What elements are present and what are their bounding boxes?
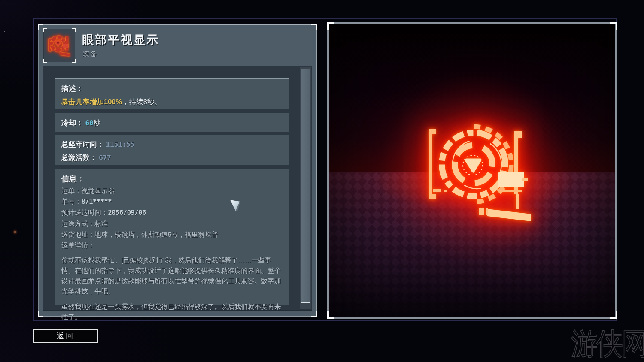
- eta-label: 预计送达时间：: [61, 209, 108, 216]
- scrollbar-track[interactable]: [300, 67, 311, 310]
- frame-corner-icon: [610, 311, 617, 319]
- frame-corner-icon: [43, 28, 47, 32]
- background-star: [4, 31, 5, 32]
- back-button[interactable]: 返回: [33, 329, 98, 343]
- order-number-value: 871*****: [82, 198, 112, 205]
- frame-corner-icon: [72, 28, 76, 32]
- cooldown-unit: 秒: [94, 119, 101, 127]
- shipping-method-value: 标准: [95, 220, 108, 227]
- frame-corner-icon: [311, 24, 317, 30]
- description-highlight: 暴击几率增加100%: [61, 98, 122, 106]
- description-rest: ，持续8秒。: [122, 98, 161, 106]
- info-label: 信息：: [61, 174, 283, 184]
- frame-corner-icon: [327, 311, 334, 319]
- frame-corner-icon: [327, 22, 334, 30]
- address-label: 送货地址：: [61, 231, 95, 238]
- frame-corner-icon: [72, 59, 76, 63]
- waybill-detail-paragraph: 虽然我现在还是一头雾水，但我觉得已经陷得够深了。以后我们就不要再来往了。: [61, 302, 283, 322]
- waybill-details-label: 运单详情：: [61, 241, 95, 249]
- background-star-orange: [14, 231, 16, 233]
- item-category: 装备: [82, 50, 98, 59]
- waybill-value: 视觉显示器: [82, 187, 115, 194]
- site-watermark: 游侠网: [571, 321, 644, 362]
- address-value: 地球，棱镜塔，休斯顿道5号，格里翁坎普: [95, 231, 219, 238]
- shipping-info-box: 信息： 运单：视觉显示器 单号：871***** 预计送达时间：2056/09/…: [55, 169, 289, 305]
- hold-time-label: 总坚守时间：: [61, 140, 104, 148]
- icon-triangle: [55, 42, 61, 46]
- eta-value: 2056/09/06: [108, 209, 146, 217]
- item-icon-box: [43, 29, 75, 62]
- cooldown-box: 冷却： 60秒: [55, 113, 289, 132]
- frame-corner-icon: [38, 311, 43, 317]
- shipping-method-label: 运送方式：: [61, 220, 95, 227]
- waybill-label: 运单：: [61, 187, 82, 194]
- frame-corner-icon: [610, 22, 617, 30]
- cooldown-label: 冷却：: [61, 119, 83, 127]
- hold-time-value: 1151:55: [106, 140, 134, 148]
- cooldown-value: 60: [85, 119, 93, 127]
- game-screen: { "colors": { "panel_bg": "#4e5c68", "in…: [0, 0, 644, 362]
- frame-corner-icon: [43, 59, 47, 63]
- description-label: 描述：: [61, 84, 283, 94]
- scrollbar-thumb[interactable]: [301, 69, 310, 303]
- activations-label: 总激活数：: [61, 154, 97, 161]
- mouse-cursor: [230, 200, 240, 211]
- waybill-detail-paragraph: 你就不该找我帮忙。[已编校]找到了我，然后他们给我解释了……一些事情。在他们的指…: [61, 255, 283, 296]
- item-stats-scroll-area: 描述： 暴击几率增加100%，持续8秒。 冷却： 60秒 总坚守时间： 1151…: [43, 66, 312, 311]
- item-title: 眼部平视显示: [82, 32, 159, 48]
- item-detail-panel: 眼部平视显示 装备 描述： 暴击几率增加100%，持续8秒。 冷却： 60秒 总…: [38, 24, 317, 317]
- back-button-label: 返回: [57, 331, 75, 341]
- order-number-label: 单号：: [61, 198, 82, 205]
- preview-viewport[interactable]: [329, 24, 615, 317]
- eye-hud-item-icon: [46, 33, 72, 58]
- activations-value: 677: [99, 154, 111, 162]
- totals-box: 总坚守时间： 1151:55 总激活数： 677: [55, 135, 289, 165]
- item-preview-panel[interactable]: [327, 22, 617, 319]
- description-box: 描述： 暴击几率增加100%，持续8秒。: [55, 78, 289, 109]
- eye-hud-item-render: [414, 118, 535, 225]
- frame-corner-icon: [311, 311, 317, 317]
